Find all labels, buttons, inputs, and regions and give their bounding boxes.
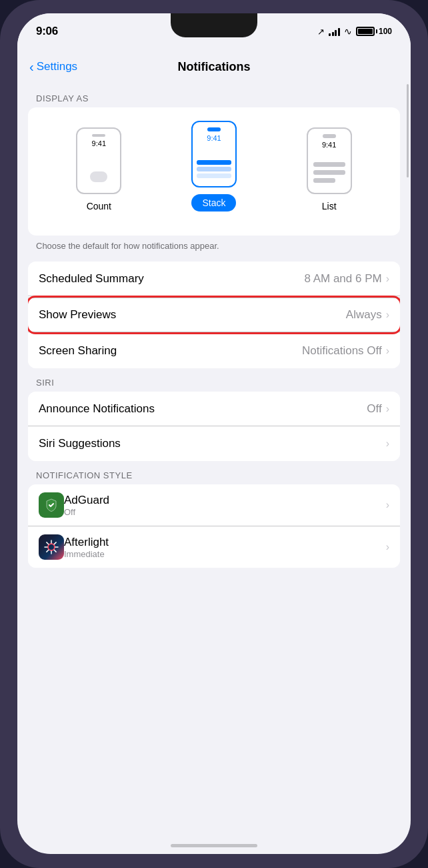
battery-label: 100 bbox=[379, 27, 392, 36]
back-chevron-icon: ‹ bbox=[29, 60, 34, 73]
show-previews-label: Show Previews bbox=[39, 308, 116, 322]
count-bubble bbox=[90, 171, 107, 182]
screen-sharing-label: Screen Sharing bbox=[39, 344, 117, 358]
display-hint: Choose the default for how notifications… bbox=[17, 236, 411, 251]
phone-screen: 9:06 ↗ ∿ bbox=[17, 13, 411, 854]
notif-bar-2 bbox=[197, 167, 231, 171]
screen-sharing-value: Notifications Off bbox=[302, 344, 382, 358]
adguard-name: AdGuard bbox=[64, 494, 385, 507]
phone-frame: 9:06 ↗ ∿ bbox=[0, 0, 428, 868]
announce-notifications-row[interactable]: Announce Notifications Off › bbox=[28, 392, 400, 426]
afterlight-logo-icon bbox=[43, 539, 59, 555]
siri-suggestions-chevron: › bbox=[386, 438, 389, 450]
scheduled-summary-value: 8 AM and 6 PM bbox=[304, 272, 381, 286]
siri-card: Announce Notifications Off › Siri Sugges… bbox=[28, 392, 400, 461]
afterlight-row[interactable]: Afterlight Immediate › bbox=[28, 526, 400, 568]
show-previews-wrapper: Show Previews Always › bbox=[28, 296, 400, 334]
adguard-subtitle: Off bbox=[64, 507, 385, 517]
siri-section-label: SIRI bbox=[17, 368, 411, 392]
scheduled-summary-right: 8 AM and 6 PM › bbox=[304, 272, 389, 286]
list-bar-3 bbox=[313, 178, 336, 183]
svg-line-7 bbox=[54, 542, 56, 544]
afterlight-icon bbox=[39, 534, 64, 560]
notif-bar-1 bbox=[197, 160, 231, 165]
siri-suggestions-right: › bbox=[385, 438, 389, 450]
stack-time: 9:41 bbox=[207, 134, 221, 142]
afterlight-name: Afterlight bbox=[64, 536, 385, 549]
list-bar-2 bbox=[313, 170, 345, 175]
screen-sharing-row[interactable]: Screen Sharing Notifications Off › bbox=[28, 334, 400, 368]
page-title: Notifications bbox=[177, 60, 250, 74]
list-bar-1 bbox=[313, 162, 345, 167]
general-section: Scheduled Summary 8 AM and 6 PM › Show P… bbox=[17, 262, 411, 368]
notch bbox=[171, 13, 257, 37]
stack-phone-notch bbox=[207, 127, 221, 131]
afterlight-chevron: › bbox=[386, 541, 389, 553]
signal-bar-3 bbox=[335, 30, 337, 36]
battery: 100 bbox=[356, 27, 392, 36]
svg-line-6 bbox=[54, 550, 56, 552]
list-time: 9:41 bbox=[322, 141, 336, 149]
list-phone-icon: 9:41 bbox=[307, 127, 352, 194]
adguard-chevron: › bbox=[386, 499, 389, 511]
announce-notifications-label: Announce Notifications bbox=[39, 402, 155, 416]
wifi-icon: ∿ bbox=[344, 26, 352, 37]
display-option-count[interactable]: 9:41 Count bbox=[76, 127, 121, 211]
location-icon: ↗ bbox=[317, 27, 325, 37]
back-button[interactable]: ‹ Settings bbox=[29, 60, 77, 73]
nav-bar: ‹ Settings Notifications bbox=[17, 49, 411, 84]
battery-body bbox=[356, 27, 375, 36]
screen-sharing-chevron: › bbox=[386, 345, 389, 357]
signal-bars bbox=[329, 27, 340, 36]
notification-style-card: AdGuard Off › bbox=[28, 484, 400, 568]
notification-style-label: NOTIFICATION STYLE bbox=[17, 461, 411, 484]
list-phone-notch bbox=[323, 134, 336, 138]
list-label: List bbox=[322, 201, 337, 211]
screen-sharing-right: Notifications Off › bbox=[302, 344, 389, 358]
display-option-list[interactable]: 9:41 List bbox=[307, 127, 352, 211]
announce-notifications-right: Off › bbox=[367, 402, 389, 416]
back-label: Settings bbox=[37, 60, 77, 73]
stack-label: Stack bbox=[191, 194, 236, 211]
signal-bar-1 bbox=[329, 33, 331, 36]
adguard-shield-icon bbox=[44, 498, 59, 512]
afterlight-info: Afterlight Immediate bbox=[64, 536, 385, 559]
adguard-icon bbox=[39, 492, 64, 518]
show-previews-right: Always › bbox=[346, 308, 389, 322]
show-previews-chevron: › bbox=[386, 309, 389, 321]
signal-bar-4 bbox=[338, 28, 340, 36]
list-bars bbox=[313, 162, 345, 186]
status-icons: ↗ ∿ 100 bbox=[317, 26, 392, 37]
stack-phone-icon: 9:41 bbox=[191, 121, 237, 187]
count-time: 9:41 bbox=[92, 139, 106, 147]
show-previews-value: Always bbox=[346, 308, 382, 322]
scheduled-summary-row[interactable]: Scheduled Summary 8 AM and 6 PM › bbox=[28, 262, 400, 296]
adguard-info: AdGuard Off bbox=[64, 494, 385, 517]
content-area: DISPLAY AS 9:41 Count bbox=[17, 84, 411, 588]
signal-bar-2 bbox=[332, 32, 334, 36]
siri-suggestions-row[interactable]: Siri Suggestions › bbox=[28, 426, 400, 461]
count-label: Count bbox=[87, 201, 111, 211]
announce-notifications-chevron: › bbox=[386, 403, 389, 415]
scrollbar[interactable] bbox=[407, 84, 409, 177]
scheduled-summary-chevron: › bbox=[386, 273, 389, 285]
show-previews-row[interactable]: Show Previews Always › bbox=[28, 298, 400, 332]
afterlight-subtitle: Immediate bbox=[64, 549, 385, 559]
display-option-stack[interactable]: 9:41 Stack bbox=[191, 121, 237, 211]
count-phone-icon: 9:41 bbox=[76, 127, 121, 194]
count-phone-notch bbox=[92, 134, 105, 137]
display-as-card: 9:41 Count 9:41 bbox=[28, 107, 400, 236]
stack-notification bbox=[197, 160, 231, 178]
display-as-label: DISPLAY AS bbox=[17, 84, 411, 107]
status-bar: 9:06 ↗ ∿ bbox=[17, 13, 411, 49]
svg-line-5 bbox=[47, 542, 49, 544]
display-options: 9:41 Count 9:41 bbox=[41, 121, 387, 211]
adguard-row[interactable]: AdGuard Off › bbox=[28, 484, 400, 526]
notif-bar-3 bbox=[197, 173, 231, 178]
count-icon-inner bbox=[81, 147, 116, 187]
svg-line-8 bbox=[47, 550, 49, 552]
svg-point-0 bbox=[48, 544, 55, 550]
general-card: Scheduled Summary 8 AM and 6 PM › Show P… bbox=[28, 262, 400, 368]
scheduled-summary-label: Scheduled Summary bbox=[39, 272, 144, 286]
home-indicator bbox=[171, 844, 257, 847]
